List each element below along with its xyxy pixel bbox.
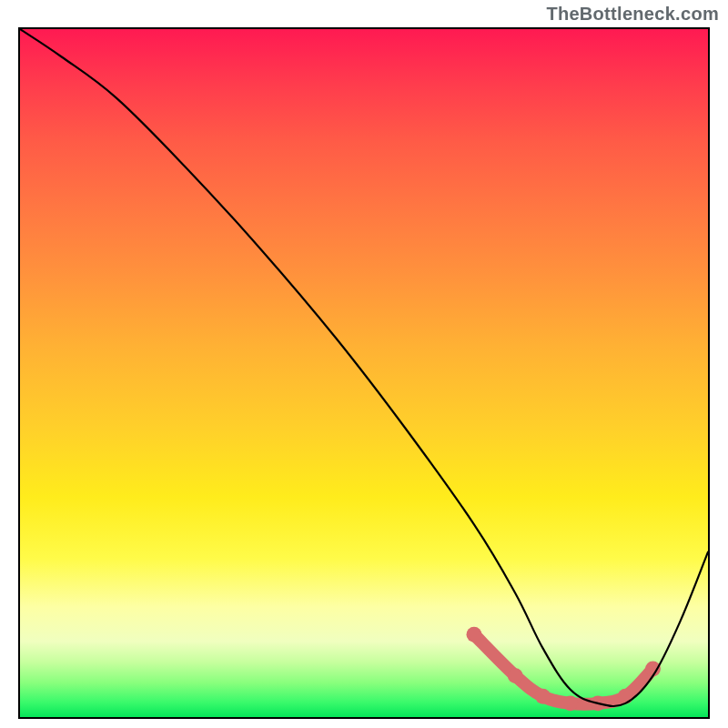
optimal-band-dot	[467, 627, 482, 642]
optimal-band-dot	[618, 689, 633, 704]
chart-plot-area	[18, 27, 710, 719]
optimal-band-dot	[535, 689, 551, 704]
bottleneck-curve	[20, 29, 708, 706]
optimal-band-dot	[508, 668, 523, 683]
chart-svg-layer	[20, 29, 708, 717]
optimal-band-dot	[562, 695, 578, 711]
attribution-text: TheBottleneck.com	[546, 4, 719, 25]
